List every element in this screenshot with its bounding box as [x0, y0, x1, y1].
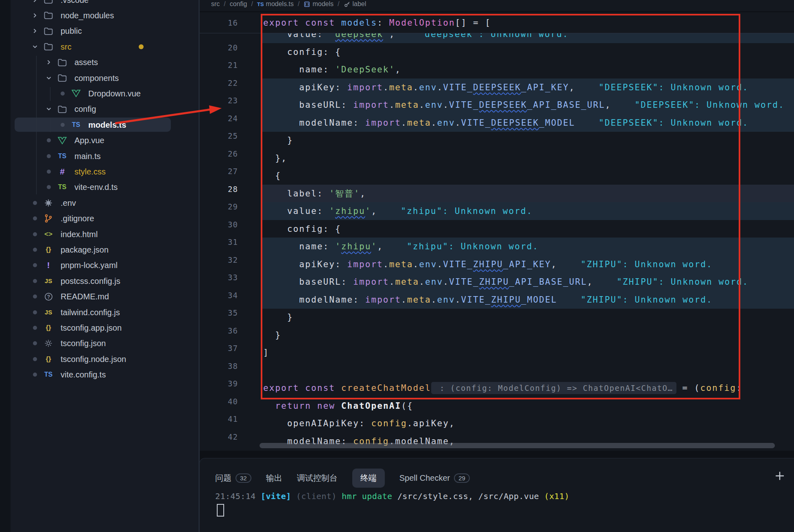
- code-line-text: {: [263, 167, 281, 185]
- tree-item-postcss.config.js[interactable]: JSpostcss.config.js: [11, 273, 198, 289]
- tree-item-vite-env.d.ts[interactable]: TSvite-env.d.ts: [11, 179, 198, 195]
- code-line-34[interactable]: 34 modelName: import.meta.env.VITE_ZHIPU…: [200, 291, 794, 309]
- tree-item-package.json[interactable]: {}package.json: [11, 242, 198, 257]
- code-line-36[interactable]: 36 }: [200, 326, 794, 344]
- line-number: 41: [200, 414, 238, 432]
- tree-item-.vscode[interactable]: .vscode: [11, 0, 198, 8]
- tree-item-label: tsconfig.node.json: [61, 354, 126, 364]
- chevron-right-icon[interactable]: [32, 28, 38, 34]
- folder-icon: [57, 104, 68, 114]
- breadcrumb-item[interactable]: src: [211, 0, 220, 8]
- breadcrumb-item[interactable]: TSmodels.ts: [257, 0, 294, 8]
- code-line-35[interactable]: 35 }: [200, 308, 794, 326]
- modified-dot-icon: [33, 263, 37, 267]
- editor-viewport[interactable]: 19 value: 'deepseek',"deepseek": Unknown…: [200, 12, 794, 451]
- code-line-23[interactable]: 23 baseURL: import.meta.env.VITE_DEEPSEE…: [200, 96, 794, 114]
- code-line-27[interactable]: 27 {: [200, 167, 794, 185]
- sticky-scroll-line[interactable]: 16export const models: ModelOption[] = [: [200, 13, 794, 33]
- tree-item-main.ts[interactable]: TSmain.ts: [11, 148, 198, 164]
- code-line-40[interactable]: 40 return new ChatOpenAI({: [200, 397, 794, 415]
- line-number: 28: [200, 185, 238, 203]
- panel-tab-item[interactable]: 问题32: [215, 473, 251, 484]
- code-line-39[interactable]: 39export const createChatModel : (config…: [200, 379, 794, 397]
- tree-item-config[interactable]: config: [11, 101, 198, 117]
- new-terminal-icon[interactable]: [774, 471, 785, 481]
- js-icon: JS: [43, 307, 54, 317]
- tree-item-tsconfig.json[interactable]: tsconfig.json: [11, 336, 198, 351]
- code-line-26[interactable]: 26 },: [200, 149, 794, 167]
- code-line-31[interactable]: 31 name: 'zhipu',"zhipu": Unknown word.: [200, 238, 794, 255]
- tree-item-.gitignore[interactable]: .gitignore: [11, 211, 198, 227]
- chevron-right-icon[interactable]: [46, 59, 52, 65]
- tree-item-Dropdown.vue[interactable]: Dropdown.vue: [11, 85, 198, 101]
- chevron-right-icon[interactable]: [32, 0, 38, 3]
- chevron-down-icon[interactable]: [32, 44, 38, 50]
- ts-blue-icon: TS: [57, 151, 68, 161]
- line-number: 31: [200, 238, 238, 255]
- tree-item-README.md[interactable]: ?README.md: [11, 289, 198, 305]
- tree-item-models.ts[interactable]: TSmodels.ts: [11, 117, 198, 133]
- code-line-20[interactable]: 20 config: {: [200, 43, 794, 61]
- tab-count-badge: 32: [236, 473, 251, 483]
- code-line-22[interactable]: 22 apiKey: import.meta.env.VITE_DEEPSEEK…: [200, 78, 794, 96]
- vue-icon: [57, 135, 68, 145]
- horizontal-scrollbar[interactable]: [260, 443, 775, 448]
- modified-dot-icon: [47, 154, 51, 158]
- modified-dot-icon: [61, 123, 65, 127]
- breadcrumb-item[interactable]: config: [230, 0, 247, 8]
- breadcrumb[interactable]: src/config/TSmodels.ts/models/label: [200, 0, 794, 12]
- code-line-text: ]: [263, 344, 269, 362]
- code-line-29[interactable]: 29 value: 'zhipu',"zhipu": Unknown word.: [200, 202, 794, 220]
- line-number: 25: [200, 131, 238, 149]
- panel-tab-item[interactable]: 输出: [266, 473, 282, 484]
- code-line-28[interactable]: 28 label: '智普',: [200, 185, 794, 203]
- panel-tab-terminal-active[interactable]: 终端: [352, 469, 385, 488]
- tree-item-.env[interactable]: .env: [11, 195, 198, 211]
- code-line-24[interactable]: 24 modelName: import.meta.env.VITE_DEEPS…: [200, 114, 794, 132]
- tree-item-public[interactable]: public: [11, 23, 198, 39]
- code-line-30[interactable]: 30 config: {: [200, 220, 794, 238]
- line-number: 42: [200, 432, 238, 450]
- code-line-text: apiKey: import.meta.env.VITE_ZHIPU_API_K…: [263, 255, 713, 273]
- tree-item-vite.config.ts[interactable]: TSvite.config.ts: [11, 367, 198, 383]
- spellcheck-annotation: "DEEPSEEK": Unknown word.: [599, 118, 749, 128]
- breadcrumb-item[interactable]: label: [344, 0, 366, 8]
- code-line-21[interactable]: 21 name: 'DeepSeek',: [200, 61, 794, 78]
- code-line-38[interactable]: 38: [200, 362, 794, 379]
- braces-icon: {}: [43, 245, 54, 255]
- tree-item-index.html[interactable]: <>index.html: [11, 226, 198, 242]
- tree-item-nodemodules[interactable]: node_modules: [11, 7, 198, 23]
- tree-item-style.css[interactable]: #style.css: [11, 164, 198, 179]
- tree-item-components[interactable]: components: [11, 70, 198, 86]
- terminal-cursor[interactable]: [217, 504, 224, 517]
- code-line-text: modelName: import.meta.env.VITE_ZHIPU_MO…: [263, 291, 713, 309]
- tree-item-src[interactable]: src: [11, 39, 198, 55]
- panel-tab-item[interactable]: Spell Checker29: [399, 473, 470, 483]
- breadcrumb-label: models: [312, 0, 334, 8]
- chevron-down-icon[interactable]: [46, 106, 52, 112]
- modified-dot-icon: [33, 357, 37, 361]
- tree-item-tailwind.config.js[interactable]: JStailwind.config.js: [11, 304, 198, 320]
- tree-item-label: src: [61, 42, 72, 51]
- tree-item-pnpm-lock.yaml[interactable]: !pnpm-lock.yaml: [11, 257, 198, 273]
- code-line-text: }: [263, 326, 281, 344]
- code-line-41[interactable]: 41 openAIApiKey: config.apiKey,: [200, 414, 794, 432]
- tab-count-badge: 29: [454, 473, 470, 483]
- chevron-right-icon[interactable]: [32, 13, 38, 18]
- tree-item-tsconfig.app.json[interactable]: {}tsconfig.app.json: [11, 320, 198, 336]
- tree-item-label: .env: [61, 198, 76, 207]
- breadcrumb-label: config: [230, 0, 247, 8]
- code-line-33[interactable]: 33 baseURL: import.meta.env.VITE_ZHIPU_A…: [200, 273, 794, 291]
- chevron-down-icon[interactable]: [46, 75, 52, 81]
- breadcrumb-item[interactable]: models: [303, 0, 334, 8]
- code-line-32[interactable]: 32 apiKey: import.meta.env.VITE_ZHIPU_AP…: [200, 255, 794, 273]
- panel-tab-item[interactable]: 调试控制台: [297, 473, 338, 484]
- tree-item-App.vue[interactable]: App.vue: [11, 133, 198, 148]
- indent-guide: [50, 87, 50, 101]
- breadcrumb-separator: /: [251, 0, 253, 8]
- code-line-37[interactable]: 37]: [200, 344, 794, 362]
- tree-item-assets[interactable]: assets: [11, 55, 198, 70]
- code-line-25[interactable]: 25 }: [200, 131, 794, 149]
- activity-bar-edge: [0, 0, 11, 532]
- tree-item-tsconfig.node.json[interactable]: {}tsconfig.node.json: [11, 351, 198, 367]
